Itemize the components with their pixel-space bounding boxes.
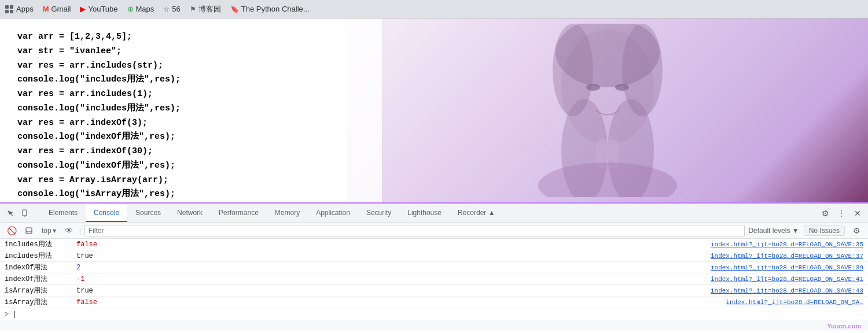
svg-rect-2 — [5, 10, 9, 13]
console-value: true — [76, 287, 93, 295]
youtube-item[interactable]: ▶ YouTube — [80, 5, 117, 13]
gmail-label: Gmail — [51, 5, 71, 13]
tab-network[interactable]: Network — [169, 204, 211, 222]
maps-item[interactable]: ⊕ Maps — [127, 5, 155, 13]
console-label: indexOf用法 — [5, 262, 74, 272]
youtube-label: YouTube — [88, 5, 117, 13]
tab-security[interactable]: Security — [358, 204, 399, 222]
pipe-separator: | — [79, 227, 81, 235]
console-toolbar: 🚫 top ▾ 👁 | Default levels ▼ No Issues ⚙ — [0, 223, 868, 239]
code-content: var arr = [1,2,3,4,5]; var str = "ivanle… — [17, 30, 365, 204]
face-silhouette — [498, 24, 718, 197]
apps-label: Apps — [16, 5, 34, 13]
devtools-icons — [0, 204, 36, 222]
tab-memory[interactable]: Memory — [267, 204, 308, 222]
tab-lighthouse[interactable]: Lighthouse — [399, 204, 450, 222]
tab-elements[interactable]: Elements — [41, 204, 86, 222]
gmail-item[interactable]: M Gmail — [43, 5, 71, 13]
python-challenge-item[interactable]: 🔖 The Python Challe... — [230, 5, 310, 13]
inspect-icon[interactable] — [3, 206, 17, 220]
tab-sources[interactable]: Sources — [127, 204, 169, 222]
console-value: 2 — [76, 264, 80, 272]
clear-console-icon[interactable]: 🚫 — [5, 224, 19, 238]
svg-point-12 — [586, 84, 600, 91]
yuucn-label: Yuucn.com — [827, 323, 861, 330]
console-label: includes用法 — [5, 251, 74, 261]
svg-point-13 — [615, 84, 629, 91]
console-row: isArray用法falseindex.html?_ijt=bo28…d=REL… — [0, 297, 868, 308]
svg-rect-1 — [10, 5, 13, 9]
console-output: includes用法falseindex.html?_ijt=bo28…d=RE… — [0, 239, 868, 320]
default-levels-area: Default levels ▼ No Issues ⚙ — [748, 224, 863, 238]
svg-rect-16 — [26, 228, 32, 234]
close-devtools-icon[interactable]: ✕ — [851, 206, 865, 220]
console-input-row: >| — [0, 308, 868, 320]
tab-application[interactable]: Application — [308, 204, 358, 222]
console-source-link[interactable]: index.html?_ijt=bo28…d=RELOAD_ON_SAVE:39 — [711, 264, 863, 271]
console-source-link[interactable]: index.html?_ijt=bo28…d=RELOAD_ON_SAVE:43 — [711, 287, 863, 294]
devtools-tab-bar: Elements Console Sources Network Perform… — [0, 204, 868, 223]
console-label: isArray用法 — [5, 297, 74, 307]
gmail-icon: M — [43, 5, 49, 13]
console-value: -1 — [76, 275, 84, 283]
background-image — [347, 18, 868, 202]
tab-console[interactable]: Console — [86, 204, 127, 222]
console-settings-icon[interactable]: ⚙ — [849, 224, 863, 238]
svg-point-11 — [538, 162, 677, 197]
console-label: isArray用法 — [5, 286, 74, 295]
bottom-bar: Yuucn.com — [0, 320, 868, 331]
devtools-tabs-left: Elements Console Sources Network Perform… — [0, 204, 818, 222]
console-value: false — [76, 240, 97, 249]
page-area: var arr = [1,2,3,4,5]; var str = "ivanle… — [0, 18, 868, 204]
blog-item[interactable]: ⚑ 博客园 — [190, 4, 221, 14]
console-row: includes用法trueindex.html?_ijt=bo28…d=REL… — [0, 250, 868, 262]
blog-icon: ⚑ — [190, 5, 196, 13]
console-row: indexOf用法-1index.html?_ijt=bo28…d=RELOAD… — [0, 273, 868, 285]
bookmark2-icon: 🔖 — [230, 5, 239, 13]
top-level-selector[interactable]: top ▾ — [39, 225, 58, 236]
tab-recorder[interactable]: Recorder ▲ — [450, 204, 503, 222]
device-toolbar-icon[interactable] — [19, 206, 32, 220]
bookmark-56-label: 56 — [172, 5, 180, 13]
svg-rect-15 — [24, 216, 25, 217]
bookmark-icon: ☆ — [163, 5, 170, 13]
default-levels-button[interactable]: Default levels ▼ — [748, 227, 799, 235]
console-row: isArray用法trueindex.html?_ijt=bo28…d=RELO… — [0, 285, 868, 297]
eye-icon[interactable]: 👁 — [62, 224, 76, 238]
devtools-tabs-right: ⚙ ⋮ ✕ — [818, 204, 868, 222]
no-issues-badge[interactable]: No Issues — [804, 225, 845, 236]
console-prompt-icon: > — [5, 310, 9, 319]
filter-input[interactable] — [84, 225, 745, 236]
toggle-drawer-icon[interactable] — [22, 224, 36, 238]
code-area: var arr = [1,2,3,4,5]; var str = "ivanle… — [0, 18, 382, 202]
grid-icon — [5, 5, 14, 14]
console-source-link[interactable]: index.html?_ijt=bo28…d=RELOAD_ON_SAVE:37 — [711, 253, 863, 260]
maps-icon: ⊕ — [127, 5, 134, 13]
svg-rect-14 — [23, 210, 27, 216]
console-label: includes用法 — [5, 239, 74, 249]
console-source-link[interactable]: index.html?_ijt=bo28…d=RELOAD_ON_SAVE:35 — [711, 241, 863, 248]
bookmark-56-item[interactable]: ☆ 56 — [163, 5, 180, 13]
chrome-bar: Apps M Gmail ▶ YouTube ⊕ Maps ☆ 56 ⚑ 博客园… — [0, 0, 868, 18]
svg-rect-3 — [10, 10, 13, 13]
console-value: false — [76, 298, 97, 306]
blog-label: 博客园 — [198, 4, 221, 14]
settings-icon[interactable]: ⚙ — [818, 206, 832, 220]
apps-item[interactable]: Apps — [5, 5, 34, 14]
svg-rect-0 — [5, 5, 9, 9]
chevron-down-icon: ▾ — [53, 227, 56, 235]
console-source-link[interactable]: index.html?_ijt=bo28…d=RELOAD_ON_SAVE:41 — [711, 276, 863, 283]
console-source-link[interactable]: index.html?_ijt=bo28…d=RELOAD_ON_SA… — [726, 299, 863, 306]
console-value: true — [76, 252, 93, 260]
more-options-icon[interactable]: ⋮ — [834, 206, 848, 220]
console-row: indexOf用法2index.html?_ijt=bo28…d=RELOAD_… — [0, 262, 868, 273]
maps-label: Maps — [136, 5, 155, 13]
devtools-panel: Elements Console Sources Network Perform… — [0, 204, 868, 331]
tab-performance[interactable]: Performance — [211, 204, 267, 222]
console-row: includes用法falseindex.html?_ijt=bo28…d=RE… — [0, 239, 868, 250]
console-label: indexOf用法 — [5, 274, 74, 284]
console-cursor[interactable]: | — [12, 310, 16, 319]
python-challenge-label: The Python Challe... — [241, 5, 310, 13]
youtube-icon: ▶ — [80, 5, 86, 13]
